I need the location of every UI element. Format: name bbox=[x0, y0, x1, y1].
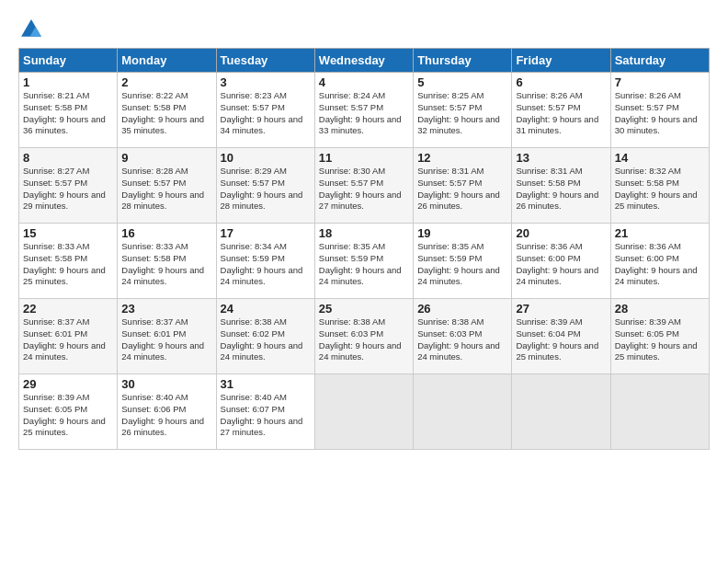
calendar-table: Sunday Monday Tuesday Wednesday Thursday… bbox=[18, 48, 710, 450]
calendar-week-2: 8 Sunrise: 8:27 AMSunset: 5:57 PMDayligh… bbox=[19, 148, 710, 224]
calendar-cell: 25 Sunrise: 8:38 AMSunset: 6:03 PMDaylig… bbox=[314, 299, 413, 374]
calendar-cell: 16 Sunrise: 8:33 AMSunset: 5:58 PMDaylig… bbox=[118, 224, 216, 299]
calendar-cell: 5 Sunrise: 8:25 AMSunset: 5:57 PMDayligh… bbox=[414, 73, 512, 148]
calendar-cell: 7 Sunrise: 8:26 AMSunset: 5:57 PMDayligh… bbox=[610, 73, 709, 148]
day-number: 6 bbox=[516, 75, 606, 89]
calendar-cell: 12 Sunrise: 8:31 AMSunset: 5:57 PMDaylig… bbox=[414, 148, 512, 224]
calendar-cell: 1 Sunrise: 8:21 AMSunset: 5:58 PMDayligh… bbox=[19, 73, 118, 148]
day-number: 23 bbox=[121, 302, 211, 316]
calendar-cell: 4 Sunrise: 8:24 AMSunset: 5:57 PMDayligh… bbox=[314, 73, 413, 148]
calendar-cell: 3 Sunrise: 8:23 AMSunset: 5:57 PMDayligh… bbox=[216, 73, 314, 148]
day-info: Sunrise: 8:38 AMSunset: 6:02 PMDaylight:… bbox=[221, 316, 303, 362]
calendar-cell: 30 Sunrise: 8:40 AMSunset: 6:06 PMDaylig… bbox=[118, 374, 216, 450]
day-info: Sunrise: 8:33 AMSunset: 5:58 PMDaylight:… bbox=[121, 241, 204, 286]
day-info: Sunrise: 8:33 AMSunset: 5:58 PMDaylight:… bbox=[23, 241, 106, 286]
calendar-cell: 2 Sunrise: 8:22 AMSunset: 5:58 PMDayligh… bbox=[118, 73, 216, 148]
day-info: Sunrise: 8:38 AMSunset: 6:03 PMDaylight:… bbox=[417, 316, 500, 362]
calendar-cell: 17 Sunrise: 8:34 AMSunset: 5:59 PMDaylig… bbox=[216, 224, 314, 299]
day-info: Sunrise: 8:32 AMSunset: 5:58 PMDaylight:… bbox=[615, 166, 698, 211]
day-info: Sunrise: 8:30 AMSunset: 5:57 PMDaylight:… bbox=[319, 166, 402, 211]
day-info: Sunrise: 8:36 AMSunset: 6:00 PMDaylight:… bbox=[516, 241, 598, 286]
header-tuesday: Tuesday bbox=[216, 49, 314, 73]
day-number: 31 bbox=[221, 377, 311, 391]
day-number: 16 bbox=[121, 226, 211, 240]
day-info: Sunrise: 8:38 AMSunset: 6:03 PMDaylight:… bbox=[319, 316, 402, 362]
day-info: Sunrise: 8:25 AMSunset: 5:57 PMDaylight:… bbox=[417, 90, 500, 135]
day-number: 21 bbox=[615, 226, 705, 240]
day-number: 9 bbox=[121, 151, 211, 165]
day-number: 24 bbox=[221, 302, 311, 316]
day-number: 25 bbox=[319, 302, 409, 316]
calendar-cell: 13 Sunrise: 8:31 AMSunset: 5:58 PMDaylig… bbox=[512, 148, 610, 224]
header-thursday: Thursday bbox=[414, 49, 512, 73]
calendar-cell: 20 Sunrise: 8:36 AMSunset: 6:00 PMDaylig… bbox=[512, 224, 610, 299]
day-info: Sunrise: 8:36 AMSunset: 6:00 PMDaylight:… bbox=[615, 241, 698, 286]
day-info: Sunrise: 8:39 AMSunset: 6:04 PMDaylight:… bbox=[516, 316, 598, 362]
calendar-cell bbox=[512, 374, 610, 450]
day-info: Sunrise: 8:26 AMSunset: 5:57 PMDaylight:… bbox=[615, 90, 698, 135]
header-monday: Monday bbox=[118, 49, 216, 73]
day-number: 2 bbox=[121, 75, 211, 89]
day-info: Sunrise: 8:28 AMSunset: 5:57 PMDaylight:… bbox=[121, 166, 204, 211]
day-info: Sunrise: 8:27 AMSunset: 5:57 PMDaylight:… bbox=[23, 166, 106, 211]
day-number: 10 bbox=[221, 151, 311, 165]
day-number: 30 bbox=[121, 377, 211, 391]
day-number: 29 bbox=[23, 377, 113, 391]
header-wednesday: Wednesday bbox=[314, 49, 413, 73]
calendar-cell: 9 Sunrise: 8:28 AMSunset: 5:57 PMDayligh… bbox=[118, 148, 216, 224]
calendar-cell: 19 Sunrise: 8:35 AMSunset: 5:59 PMDaylig… bbox=[414, 224, 512, 299]
calendar-cell: 15 Sunrise: 8:33 AMSunset: 5:58 PMDaylig… bbox=[19, 224, 118, 299]
day-number: 26 bbox=[417, 302, 507, 316]
day-info: Sunrise: 8:21 AMSunset: 5:58 PMDaylight:… bbox=[23, 90, 106, 135]
calendar-cell: 31 Sunrise: 8:40 AMSunset: 6:07 PMDaylig… bbox=[216, 374, 314, 450]
day-number: 19 bbox=[417, 226, 507, 240]
calendar-cell: 26 Sunrise: 8:38 AMSunset: 6:03 PMDaylig… bbox=[414, 299, 512, 374]
day-number: 17 bbox=[221, 226, 311, 240]
day-info: Sunrise: 8:29 AMSunset: 5:57 PMDaylight:… bbox=[221, 166, 303, 211]
day-info: Sunrise: 8:37 AMSunset: 6:01 PMDaylight:… bbox=[23, 316, 106, 362]
logo-icon bbox=[18, 17, 44, 42]
calendar-cell: 27 Sunrise: 8:39 AMSunset: 6:04 PMDaylig… bbox=[512, 299, 610, 374]
calendar-cell: 28 Sunrise: 8:39 AMSunset: 6:05 PMDaylig… bbox=[610, 299, 709, 374]
day-info: Sunrise: 8:24 AMSunset: 5:57 PMDaylight:… bbox=[319, 90, 402, 135]
day-info: Sunrise: 8:31 AMSunset: 5:58 PMDaylight:… bbox=[516, 166, 598, 211]
calendar-cell: 24 Sunrise: 8:38 AMSunset: 6:02 PMDaylig… bbox=[216, 299, 314, 374]
day-number: 7 bbox=[615, 75, 705, 89]
day-info: Sunrise: 8:34 AMSunset: 5:59 PMDaylight:… bbox=[221, 241, 303, 286]
day-info: Sunrise: 8:39 AMSunset: 6:05 PMDaylight:… bbox=[23, 392, 106, 437]
calendar-cell: 29 Sunrise: 8:39 AMSunset: 6:05 PMDaylig… bbox=[19, 374, 118, 450]
header-sunday: Sunday bbox=[19, 49, 118, 73]
day-number: 14 bbox=[615, 151, 705, 165]
calendar-week-3: 15 Sunrise: 8:33 AMSunset: 5:58 PMDaylig… bbox=[19, 224, 710, 299]
header-row: Sunday Monday Tuesday Wednesday Thursday… bbox=[19, 49, 710, 73]
day-number: 11 bbox=[319, 151, 409, 165]
calendar-cell: 14 Sunrise: 8:32 AMSunset: 5:58 PMDaylig… bbox=[610, 148, 709, 224]
day-info: Sunrise: 8:22 AMSunset: 5:58 PMDaylight:… bbox=[121, 90, 204, 135]
calendar-cell bbox=[610, 374, 709, 450]
day-info: Sunrise: 8:39 AMSunset: 6:05 PMDaylight:… bbox=[615, 316, 698, 362]
day-info: Sunrise: 8:23 AMSunset: 5:57 PMDaylight:… bbox=[221, 90, 303, 135]
day-number: 20 bbox=[516, 226, 606, 240]
day-number: 28 bbox=[615, 302, 705, 316]
calendar-cell: 8 Sunrise: 8:27 AMSunset: 5:57 PMDayligh… bbox=[19, 148, 118, 224]
day-info: Sunrise: 8:31 AMSunset: 5:57 PMDaylight:… bbox=[417, 166, 500, 211]
day-number: 13 bbox=[516, 151, 606, 165]
day-number: 3 bbox=[221, 75, 311, 89]
day-info: Sunrise: 8:40 AMSunset: 6:07 PMDaylight:… bbox=[221, 392, 303, 437]
calendar-cell bbox=[314, 374, 413, 450]
day-number: 1 bbox=[23, 75, 113, 89]
day-info: Sunrise: 8:40 AMSunset: 6:06 PMDaylight:… bbox=[121, 392, 204, 437]
logo bbox=[18, 17, 48, 42]
header-friday: Friday bbox=[512, 49, 610, 73]
day-number: 12 bbox=[417, 151, 507, 165]
calendar-cell: 6 Sunrise: 8:26 AMSunset: 5:57 PMDayligh… bbox=[512, 73, 610, 148]
calendar-week-5: 29 Sunrise: 8:39 AMSunset: 6:05 PMDaylig… bbox=[19, 374, 710, 450]
header-saturday: Saturday bbox=[610, 49, 709, 73]
day-number: 15 bbox=[23, 226, 113, 240]
calendar-cell: 23 Sunrise: 8:37 AMSunset: 6:01 PMDaylig… bbox=[118, 299, 216, 374]
day-info: Sunrise: 8:26 AMSunset: 5:57 PMDaylight:… bbox=[516, 90, 598, 135]
calendar-cell: 22 Sunrise: 8:37 AMSunset: 6:01 PMDaylig… bbox=[19, 299, 118, 374]
day-number: 22 bbox=[23, 302, 113, 316]
day-info: Sunrise: 8:35 AMSunset: 5:59 PMDaylight:… bbox=[417, 241, 500, 286]
page: Sunday Monday Tuesday Wednesday Thursday… bbox=[0, 0, 728, 459]
